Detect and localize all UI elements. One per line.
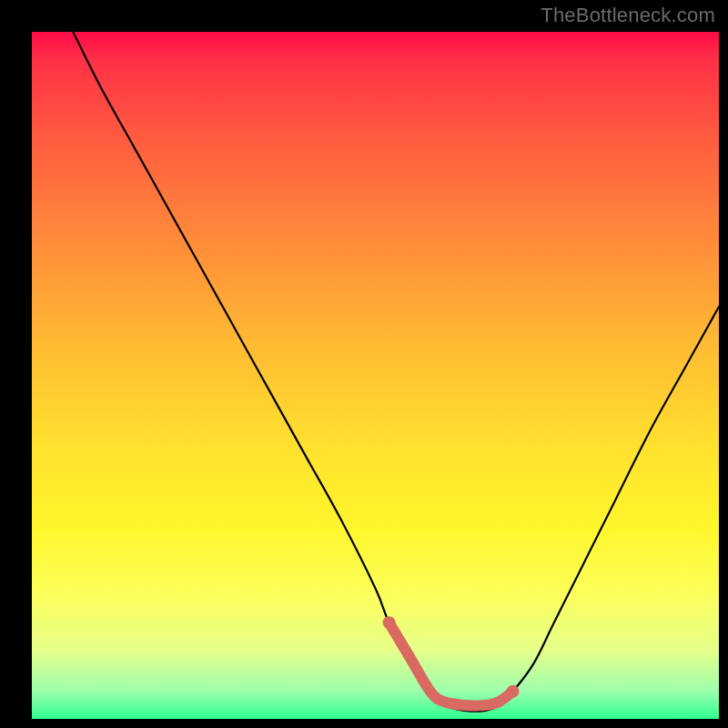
plot-gradient-background	[32, 32, 719, 719]
chart-frame: TheBottleneck.com	[0, 0, 728, 728]
attribution-text: TheBottleneck.com	[541, 4, 715, 27]
